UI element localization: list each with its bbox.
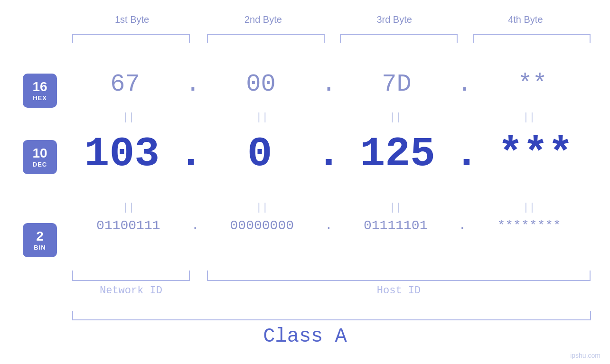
byte-headers: 1st Byte 2nd Byte 3rd Byte 4th Byte	[66, 14, 591, 25]
hex-dot-1: .	[184, 70, 202, 98]
bin-dot-2: .	[324, 218, 334, 233]
hex-badge-num: 16	[32, 80, 47, 94]
hex-val-2: 00	[202, 70, 319, 98]
page: 1st Byte 2nd Byte 3rd Byte 4th Byte 16 H…	[0, 0, 610, 364]
dec-row: 103 . 0 . 125 . ***	[66, 131, 591, 177]
hex-badge: 16 HEX	[23, 74, 57, 108]
hex-val-3: 7D	[338, 70, 455, 98]
hex-badge-label: HEX	[33, 94, 47, 102]
dec-badge-label: DEC	[33, 161, 47, 168]
bin-badge-label: BIN	[34, 244, 46, 251]
hex-val-4: **	[474, 70, 591, 98]
top-bracket-1	[72, 34, 190, 43]
dec-val-4: ***	[480, 131, 591, 177]
hex-dot-3: .	[455, 70, 474, 98]
eq-2-2: ||	[200, 202, 324, 214]
equals-row-2: || || || ||	[66, 202, 591, 214]
eq-1-1: ||	[66, 112, 190, 123]
dec-badge-num: 10	[32, 146, 47, 161]
eq-2-1: ||	[66, 202, 190, 214]
bin-badge-num: 2	[36, 229, 44, 244]
eq-2-3: ||	[334, 202, 458, 214]
dec-badge: 10 DEC	[23, 140, 57, 174]
dec-val-3: 125	[342, 131, 453, 177]
byte-header-3: 3rd Byte	[329, 14, 460, 25]
bin-dot-1: .	[190, 218, 200, 233]
top-bracket-4	[473, 34, 591, 43]
hex-val-1: 67	[66, 70, 184, 98]
dec-dot-2: .	[315, 131, 342, 177]
top-bracket-3	[340, 34, 458, 43]
byte-header-2: 2nd Byte	[197, 14, 328, 25]
dec-dot-1: .	[178, 131, 205, 177]
host-id-bracket	[207, 271, 591, 281]
eq-1-3: ||	[334, 112, 458, 123]
dec-val-2: 0	[204, 131, 315, 177]
eq-1-2: ||	[200, 112, 324, 123]
class-label: Class A	[0, 325, 610, 348]
hex-row: 67 . 00 . 7D . **	[66, 70, 591, 98]
bin-dot-3: .	[458, 218, 468, 233]
equals-row-1: || || || ||	[66, 112, 591, 123]
host-id-label: Host ID	[207, 285, 591, 297]
bin-val-1: 01100111	[66, 218, 190, 233]
network-id-bracket	[72, 271, 190, 281]
bin-row: 01100111 . 00000000 . 01111101 . *******…	[66, 218, 591, 233]
bin-badge: 2 BIN	[23, 223, 57, 257]
dec-dot-3: .	[453, 131, 480, 177]
byte-header-4: 4th Byte	[460, 14, 591, 25]
bin-val-2: 00000000	[200, 218, 324, 233]
byte-header-1: 1st Byte	[66, 14, 197, 25]
bottom-long-bracket	[72, 311, 591, 320]
network-id-label: Network ID	[72, 285, 190, 297]
bin-val-3: 01111101	[334, 218, 458, 233]
dec-val-1: 103	[66, 131, 178, 177]
watermark: ipshu.com	[570, 352, 601, 359]
eq-1-4: ||	[467, 112, 591, 123]
hex-dot-2: .	[319, 70, 338, 98]
eq-2-4: ||	[467, 202, 591, 214]
bin-val-4: ********	[467, 218, 591, 233]
top-bracket-2	[207, 34, 325, 43]
